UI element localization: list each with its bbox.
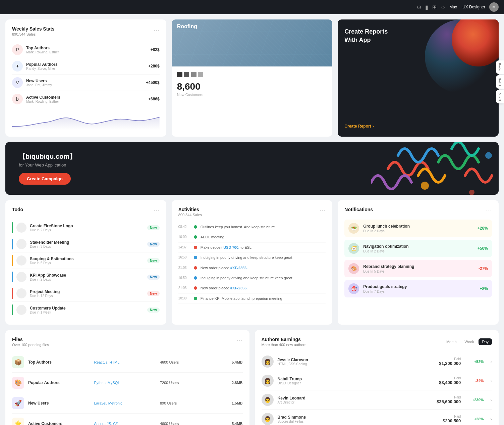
todo-item-3[interactable]: KPI App Showcase Due in 2 Days New (12, 269, 160, 285)
activity-dot (194, 246, 197, 249)
todo-item-0[interactable]: Create FireStone Logo Due in 2 Days New (12, 220, 160, 236)
prebu-tab[interactable]: Prebu (496, 60, 504, 74)
user-role: UX Designer (462, 5, 485, 9)
buy-now-tab[interactable]: Buy N (496, 90, 504, 104)
files-card: Files Over 100 pending files ⋯ 📦 Top Aut… (5, 330, 249, 425)
author-row-3[interactable]: 👨 Brad Simmons Successful Fellas Paid $2… (262, 410, 492, 425)
todo-due: Due in 5 Days (30, 261, 144, 265)
files-menu[interactable]: ⋯ (237, 337, 243, 344)
todo-bar (12, 239, 13, 249)
author-arrow-2[interactable]: › (490, 397, 492, 403)
notif-item-rebrand[interactable]: 🎨 Rebrand strategy planning Due In 5 Day… (344, 260, 492, 277)
activity-time: 16:50 (178, 276, 190, 280)
todo-item-1[interactable]: Stakeholder Meeting Due in 3 Days New (12, 236, 160, 252)
todo-avatar (16, 305, 26, 315)
file-size-1: 2.8MB (226, 381, 243, 385)
author-row-1[interactable]: 👩 Natali Trump UI/UX Designer Paid $3,40… (262, 371, 492, 390)
file-icon-3: ⭐ (12, 418, 24, 425)
user-info: Max UX Designer (449, 5, 485, 9)
file-icon-1: 🎨 (12, 377, 24, 389)
author-arrow-1[interactable]: › (490, 378, 492, 383)
author-payment-0: Paid $1,200,000 (439, 357, 461, 366)
stat-people-top-authors: Mark, Rowling, Esther (26, 50, 59, 54)
todo-name: Stakeholder Meeting (30, 240, 144, 245)
todo-card: Todo ⋯ Create FireStone Logo Due in 2 Da… (5, 200, 166, 325)
notif-item-product-goals[interactable]: 🎯 Product goals strategy Due In 7 Days +… (344, 280, 492, 297)
row3: Todo ⋯ Create FireStone Logo Due in 2 Da… (5, 200, 499, 325)
file-tech-1: Python, MySQL (94, 381, 156, 385)
notif-info-nav-opt: Navigation optimization Due In 2 Days (363, 244, 473, 253)
activity-text: Make deposit USD 700. to ESL (201, 245, 326, 250)
todo-items: Create FireStone Logo Due in 2 Days New … (12, 220, 160, 318)
weekly-sales-card: Weekly Sales Stats 890,344 Sales ⋯ P Top… (5, 19, 166, 137)
notif-due-nav-opt: Due In 2 Days (363, 249, 473, 253)
get-help-tab[interactable]: Get H (496, 75, 504, 89)
notif-due-product-goals: Due In 7 Days (363, 290, 475, 293)
author-row-0[interactable]: 👩 Jessie Clarcson HTML, CSS Coding Paid … (262, 352, 492, 371)
notif-title-rebrand: Rebrand strategy planning (363, 264, 474, 269)
activity-item-1: 10:00 AEOL meeting (178, 232, 326, 242)
author-change-0: +52% (470, 360, 484, 364)
author-role-2: Art Director (278, 400, 305, 404)
activity-dot (194, 235, 197, 239)
file-row-3[interactable]: ⭐ Active Customers AngularJS, C# 4600 Us… (12, 414, 243, 425)
avatar[interactable]: M (489, 2, 499, 12)
file-row-1[interactable]: 🎨 Popular Authors Python, MySQL 7200 Use… (12, 373, 243, 393)
stat-row-popular-authors: ✈ Popular Authors Randy, Steve, Mike +28… (12, 58, 160, 75)
todo-name: Customers Update (30, 306, 144, 311)
activity-text: Indulging in poorly driving and keep str… (201, 255, 326, 260)
user-name: Max (449, 5, 457, 9)
todo-info: Create FireStone Logo Due in 2 Days (30, 224, 144, 232)
author-amount-2: $35,600,000 (437, 399, 461, 404)
stat-value-new-users: +4500$ (146, 80, 159, 85)
todo-menu[interactable]: ⋯ (154, 207, 160, 214)
notif-item-nav-opt[interactable]: 🧭 Navigation optimization Due In 2 Days … (344, 240, 492, 257)
notif-icon-group-lunch: 🥗 (348, 223, 359, 234)
file-row-2[interactable]: 🚀 New Users Laravel, Metronic 890 Users … (12, 393, 243, 414)
author-arrow-3[interactable]: › (490, 416, 492, 422)
notif-value-rebrand: -27% (479, 266, 488, 271)
author-paid-label-1: Paid (439, 376, 461, 380)
activity-link[interactable]: #XF-2356. (230, 266, 247, 270)
new-customers-label: New Customers (177, 93, 327, 97)
brightness-icon: ☼ (441, 4, 446, 10)
author-arrow-0[interactable]: › (490, 359, 492, 364)
file-tech-2: Laravel, Metronic (94, 401, 156, 405)
author-amount-1: $3,400,000 (439, 380, 461, 385)
weekly-sales-menu[interactable]: ⋯ (154, 26, 160, 34)
period-tabs: MonthWeekDay (443, 338, 492, 345)
create-campaign-button[interactable]: Create Campaign (19, 173, 71, 185)
todo-item-2[interactable]: Scoping & Estimations Due in 5 Days New (12, 252, 160, 269)
stat-name-popular-authors: Popular Authors (26, 62, 58, 67)
notif-due-rebrand: Due In 5 Days (363, 270, 474, 273)
create-report-link[interactable]: Create Report › (344, 124, 492, 129)
todo-name: KPI App Showcase (30, 273, 144, 278)
stat-row-top-authors: P Top Authors Mark, Rowling, Esther +82$ (12, 42, 160, 58)
todo-item-5[interactable]: Customers Update Due in 1 week New (12, 302, 160, 318)
file-row-0[interactable]: 📦 Top Authors ReactJs, HTML 4600 Users 5… (12, 352, 243, 373)
roofing-image: Roofing (172, 19, 333, 66)
period-tab-week[interactable]: Week (461, 338, 478, 345)
activity-link[interactable]: USD 700. (223, 245, 239, 249)
todo-item-4[interactable]: Project Meeting Due in 12 Days New (12, 285, 160, 302)
period-tab-month[interactable]: Month (443, 338, 460, 345)
author-paid-label-3: Paid (443, 415, 461, 418)
activity-link[interactable]: #XF-2356. (230, 286, 247, 290)
activities-menu[interactable]: ⋯ (320, 207, 326, 214)
activity-dot (194, 225, 197, 229)
activity-item-6: 21:03 New order placed #XF-2356. (178, 283, 326, 293)
notif-icon-product-goals: 🎯 (348, 283, 359, 294)
search-icon[interactable]: ⊙ (417, 4, 421, 10)
authors-header: Authors Earnings More than 400 new autho… (262, 337, 492, 347)
grid-icons (177, 72, 327, 77)
author-row-2[interactable]: 👨 Kevin Leonard Art Director Paid $35,60… (262, 390, 492, 410)
author-role-3: Successful Fellas (278, 420, 306, 423)
todo-name: Create FireStone Logo (30, 224, 144, 228)
activity-time: 10:00 (178, 235, 190, 239)
notif-items: 🥗 Group lunch celebration Due In 2 Days … (344, 220, 492, 297)
period-tab-day[interactable]: Day (479, 338, 492, 345)
todo-avatar (16, 223, 26, 233)
notifications-menu[interactable]: ⋯ (486, 207, 492, 214)
todo-due: Due in 2 Days (30, 278, 144, 281)
notif-item-group-lunch[interactable]: 🥗 Group lunch celebration Due In 2 Days … (344, 220, 492, 237)
